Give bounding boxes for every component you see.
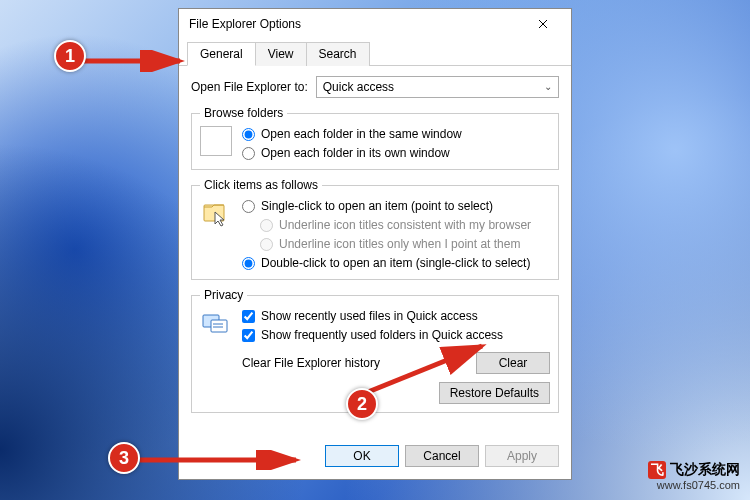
check-recent-files-input[interactable] xyxy=(242,310,255,323)
radio-own-window[interactable]: Open each folder in its own window xyxy=(242,145,462,161)
callout-1: 1 xyxy=(54,40,86,72)
close-icon xyxy=(538,19,548,29)
watermark: 飞飞沙系统网 www.fs0745.com xyxy=(648,461,740,492)
tab-view[interactable]: View xyxy=(255,42,307,66)
radio-single-click[interactable]: Single-click to open an item (point to s… xyxy=(242,198,531,214)
cancel-button[interactable]: Cancel xyxy=(405,445,479,467)
radio-underline-point-label: Underline icon titles only when I point … xyxy=(279,236,520,252)
open-to-value: Quick access xyxy=(323,80,394,94)
close-button[interactable] xyxy=(521,10,565,38)
privacy-legend: Privacy xyxy=(200,288,247,302)
arrow-3 xyxy=(138,450,308,470)
check-recent-files[interactable]: Show recently used files in Quick access xyxy=(242,308,550,324)
radio-own-window-input[interactable] xyxy=(242,147,255,160)
click-items-icon xyxy=(200,198,232,228)
check-recent-files-label: Show recently used files in Quick access xyxy=(261,308,478,324)
click-legend: Click items as follows xyxy=(200,178,322,192)
titlebar: File Explorer Options xyxy=(179,9,571,39)
arrow-2 xyxy=(362,336,502,398)
watermark-logo: 飞 xyxy=(648,461,666,479)
watermark-url: www.fs0745.com xyxy=(648,479,740,492)
browse-legend: Browse folders xyxy=(200,106,287,120)
callout-3: 3 xyxy=(108,442,140,474)
tab-general[interactable]: General xyxy=(187,42,256,66)
browse-folders-icon xyxy=(200,126,232,156)
watermark-brand: 飞沙系统网 xyxy=(670,461,740,477)
radio-double-click-label: Double-click to open an item (single-cli… xyxy=(261,255,530,271)
privacy-icon xyxy=(200,308,232,338)
radio-double-click-input[interactable] xyxy=(242,257,255,270)
dialog-title: File Explorer Options xyxy=(189,17,521,31)
callout-3-number: 3 xyxy=(119,448,129,469)
radio-same-window-input[interactable] xyxy=(242,128,255,141)
radio-double-click[interactable]: Double-click to open an item (single-cli… xyxy=(242,255,531,271)
click-items-group: Click items as follows Single-click to o… xyxy=(191,178,559,280)
open-to-label: Open File Explorer to: xyxy=(191,80,308,94)
chevron-down-icon: ⌄ xyxy=(544,81,552,92)
radio-underline-browser-input xyxy=(260,219,273,232)
check-frequent-folders-input[interactable] xyxy=(242,329,255,342)
svg-rect-2 xyxy=(211,320,227,332)
radio-underline-browser-label: Underline icon titles consistent with my… xyxy=(279,217,531,233)
radio-same-window[interactable]: Open each folder in the same window xyxy=(242,126,462,142)
apply-button[interactable]: Apply xyxy=(485,445,559,467)
svg-line-4 xyxy=(368,346,482,392)
radio-underline-point: Underline icon titles only when I point … xyxy=(260,236,531,252)
tabstrip: General View Search xyxy=(179,41,571,66)
open-to-row: Open File Explorer to: Quick access ⌄ xyxy=(191,76,559,98)
clear-history-label: Clear File Explorer history xyxy=(242,356,380,370)
ok-button[interactable]: OK xyxy=(325,445,399,467)
radio-underline-point-input xyxy=(260,238,273,251)
browse-folders-group: Browse folders Open each folder in the s… xyxy=(191,106,559,170)
radio-underline-browser: Underline icon titles consistent with my… xyxy=(260,217,531,233)
arrow-1 xyxy=(82,50,192,72)
radio-single-click-input[interactable] xyxy=(242,200,255,213)
radio-own-window-label: Open each folder in its own window xyxy=(261,145,450,161)
radio-same-window-label: Open each folder in the same window xyxy=(261,126,462,142)
open-to-combobox[interactable]: Quick access ⌄ xyxy=(316,76,559,98)
tab-search[interactable]: Search xyxy=(306,42,370,66)
radio-single-click-label: Single-click to open an item (point to s… xyxy=(261,198,493,214)
callout-1-number: 1 xyxy=(65,46,75,67)
callout-2: 2 xyxy=(346,388,378,420)
callout-2-number: 2 xyxy=(357,394,367,415)
